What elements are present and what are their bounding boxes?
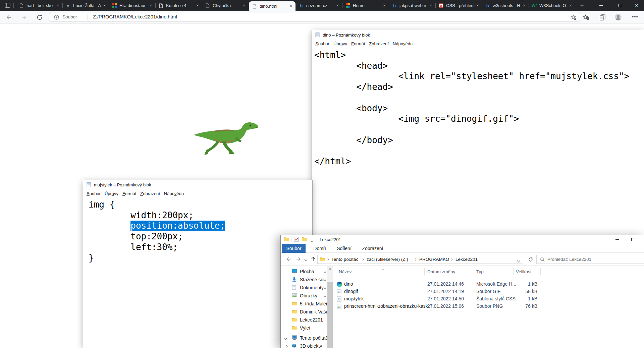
window-title: mujstylek – Poznámkový blok (94, 182, 151, 187)
breadcrumb-drive[interactable]: zaci (\\fileserver) (Z:) (367, 257, 408, 262)
refresh-button[interactable] (36, 14, 43, 21)
window-minimize-button[interactable] (593, 0, 609, 11)
file-row-mujstylek[interactable]: mujstylek 27.01.2022 14:50 Šablona stylů… (333, 295, 644, 303)
nav-item-stazene[interactable]: Stažené soub (281, 276, 333, 284)
forward-icon[interactable] (296, 256, 302, 263)
scrollbar-thumb[interactable] (327, 282, 333, 348)
breadcrumb-root[interactable]: Tento počítač (331, 257, 358, 262)
tab-close-icon[interactable]: ✕ (103, 4, 106, 7)
menu-item-napoveda[interactable]: Nápověda (164, 191, 184, 196)
info-icon[interactable] (54, 15, 59, 21)
qat-dropdown-icon[interactable] (310, 238, 314, 244)
nav-item-lekce2201[interactable]: Lekce2201 (281, 316, 333, 324)
breadcrumb-current[interactable]: Lekce2201 (455, 257, 478, 262)
nav-item-tento-pocitac[interactable]: Tento počítač (281, 334, 333, 342)
nav-item-dokumenty[interactable]: Dokumenty (281, 284, 333, 292)
column-header-datum[interactable]: Datum změny (427, 269, 455, 274)
browser-tab[interactable]: Hra dinostaur ✕ (109, 0, 155, 11)
address-bar[interactable]: Soubor Z:/PROGRAMKO/Lekce2201/dino.html (49, 12, 581, 22)
tab-search-icon[interactable] (5, 3, 11, 8)
tab-close-icon[interactable]: ✕ (57, 4, 59, 7)
scroll-up-icon[interactable] (329, 268, 331, 270)
collections-icon[interactable] (599, 14, 606, 22)
tab-close-icon[interactable]: ✕ (336, 4, 339, 7)
nav-item-dominik[interactable]: Dominik Vašut (281, 308, 333, 316)
nav-item-3d-objekty[interactable]: 3D objekty (281, 342, 333, 348)
browser-tab[interactable]: a CSS - přehled ✕ (435, 0, 482, 11)
ribbon-tab-sdileni[interactable]: Sdílení (333, 244, 355, 253)
browser-tab[interactable]: had - bez sko ✕ (16, 0, 62, 11)
tab-close-icon[interactable]: ✕ (570, 4, 572, 7)
menu-item-napoveda[interactable]: Nápověda (393, 41, 413, 46)
menu-item-soubor[interactable]: Soubor (87, 191, 101, 196)
browser-tab[interactable]: b jakpsat web n ✕ (389, 0, 435, 11)
notepad-menubar: Soubor Úpravy Formát Zobrazení Nápověda (312, 40, 644, 48)
add-favorite-icon[interactable] (571, 14, 576, 21)
favorites-icon[interactable] (583, 14, 589, 22)
menu-item-zobrazeni[interactable]: Zobrazení (369, 41, 389, 46)
nav-item-obrazky[interactable]: Obrázky (281, 292, 333, 300)
tab-close-icon[interactable]: ✕ (150, 4, 152, 7)
recent-dropdown-icon[interactable] (304, 257, 308, 262)
tab-close-icon[interactable]: ✕ (290, 4, 292, 8)
browser-tab-active[interactable]: dino.html ✕ (249, 1, 296, 11)
tab-close-icon[interactable]: ✕ (243, 4, 246, 7)
address-dropdown-icon[interactable] (517, 258, 520, 264)
window-maximize-button[interactable] (625, 235, 640, 244)
chevron-down-icon[interactable] (284, 336, 287, 341)
file-row-dinogif[interactable]: dinogif 27.01.2022 14:19 Soubor GIF 58 k… (333, 288, 644, 295)
column-header-nazev[interactable]: Název (339, 269, 352, 274)
browser-tab[interactable]: Chytačka ✕ (202, 0, 249, 11)
browser-tab[interactable]: b w3schools - H ✕ (482, 0, 529, 11)
back-icon[interactable] (285, 256, 291, 263)
browser-tab[interactable]: Home ✕ (342, 0, 389, 11)
menu-item-upravy[interactable]: Úpravy (105, 191, 118, 196)
nav-item-trida[interactable]: 5. třída Maléřová (281, 300, 333, 308)
navigation-scrollbar[interactable] (327, 266, 333, 348)
ribbon-tab-domu[interactable]: Domů (310, 244, 330, 253)
tab-close-icon[interactable]: ✕ (430, 4, 432, 7)
profile-avatar[interactable] (615, 14, 622, 20)
window-maximize-button[interactable] (612, 0, 627, 11)
qat-newfolder-icon[interactable] (302, 237, 307, 243)
qat-properties-icon[interactable] (294, 237, 299, 243)
new-tab-button[interactable]: + (578, 2, 586, 10)
up-icon[interactable] (310, 256, 316, 263)
menu-item-upravy[interactable]: Úpravy (333, 41, 347, 46)
menu-item-format[interactable]: Formát (351, 41, 365, 46)
notepad-titlebar[interactable]: dino – Poznámkový blok (312, 30, 644, 40)
tab-close-icon[interactable]: ✕ (476, 4, 479, 7)
back-button[interactable] (5, 14, 12, 21)
nav-item-vylet[interactable]: Výlet (281, 324, 333, 332)
window-minimize-button[interactable] (609, 235, 625, 244)
notepad-titlebar[interactable]: mujstylek – Poznámkový blok (83, 180, 312, 189)
nav-item-plocha[interactable]: Plocha (281, 268, 333, 276)
menu-item-soubor[interactable]: Soubor (315, 41, 329, 46)
browser-tab[interactable]: Lucie Žoltá - A ✕ (62, 0, 109, 11)
browser-tab[interactable]: W3 W3Schools O ✕ (529, 0, 575, 11)
browser-tab[interactable]: Kutali se 4 ✕ (155, 0, 202, 11)
tab-close-icon[interactable]: ✕ (196, 4, 199, 7)
refresh-icon[interactable] (528, 257, 533, 263)
file-row-dino[interactable]: dino 27.01.2022 14:46 Microsoft Edge H..… (333, 281, 644, 288)
notepad-text-area[interactable]: img { width:200px; position:absolute; to… (83, 198, 312, 263)
file-row-prinscreen[interactable]: prinscreen-html-zobrazeni-obrazku-kask..… (333, 303, 644, 310)
tab-close-icon[interactable]: ✕ (383, 4, 386, 7)
menu-item-zobrazeni[interactable]: Zobrazení (140, 191, 160, 196)
forward-button[interactable] (21, 14, 28, 21)
explorer-titlebar[interactable]: Lekce2201 (281, 235, 644, 244)
ribbon-tab-zobrazeni[interactable]: Zobrazení (359, 244, 387, 253)
browser-menu-icon[interactable]: ••• (632, 14, 638, 19)
browser-tab[interactable]: b seznam-cz - ✕ (296, 0, 342, 11)
ribbon-tab-soubor[interactable]: Soubor (282, 244, 306, 253)
search-box[interactable]: Prohledat: Lekce2201 (536, 255, 644, 264)
tab-close-icon[interactable]: ✕ (523, 4, 526, 7)
column-header-typ[interactable]: Typ (476, 269, 484, 274)
menu-item-format[interactable]: Formát (122, 191, 136, 196)
window-close-button[interactable]: ✕ (629, 0, 644, 11)
notepad-text-area[interactable]: <html> <head> <link rel="stylesheet" hre… (312, 48, 644, 167)
chevron-right-icon[interactable] (285, 344, 288, 348)
address-box[interactable]: › Tento počítač › zaci (\\fileserver) (Z… (317, 255, 523, 264)
breadcrumb-parent[interactable]: PROGRAMKO (419, 257, 449, 262)
column-header-velikost[interactable]: Velikost (516, 269, 532, 274)
